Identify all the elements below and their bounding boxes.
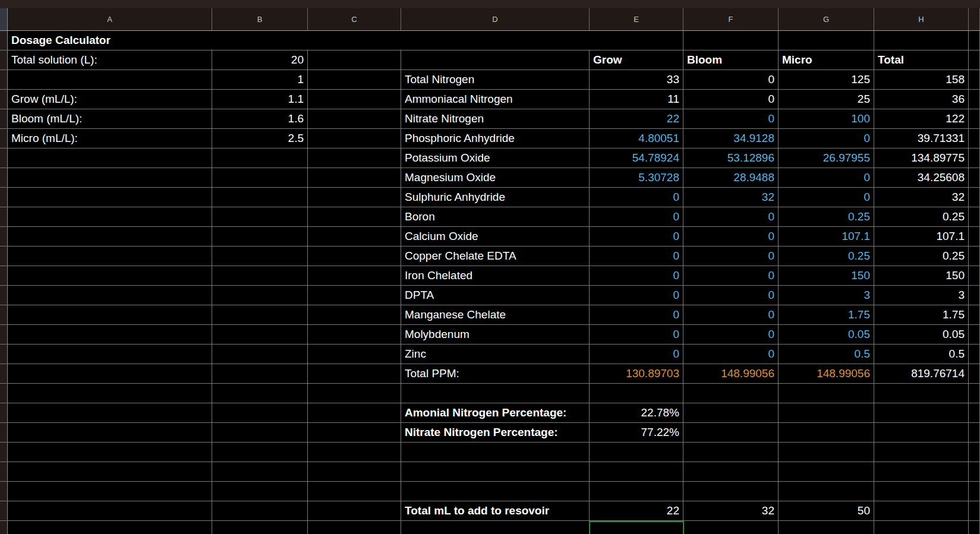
cell-C22[interactable]: [308, 443, 401, 462]
cell-H25[interactable]: [874, 501, 969, 520]
cell-F1[interactable]: [683, 31, 779, 50]
cell-I4[interactable]: [969, 90, 980, 109]
cell-I25[interactable]: [969, 501, 980, 520]
cell-A26[interactable]: [8, 521, 212, 534]
cell-G23[interactable]: [779, 462, 874, 481]
cell-D19[interactable]: [401, 384, 590, 403]
cell-D13[interactable]: Iron Chelated: [401, 266, 590, 285]
cell-C6[interactable]: [308, 129, 401, 148]
cell-F6[interactable]: 34.9128: [683, 129, 779, 148]
cell-C18[interactable]: [308, 364, 401, 383]
cell-A17[interactable]: [8, 345, 212, 364]
cell-E20[interactable]: 22.78%: [590, 403, 683, 422]
cell-E22[interactable]: [590, 443, 683, 462]
cell-C10[interactable]: [308, 207, 401, 226]
cell-C5[interactable]: [308, 109, 401, 128]
cell-B5[interactable]: 1.6: [212, 109, 308, 128]
row-header-22[interactable]: [0, 443, 8, 462]
cell-I16[interactable]: [969, 325, 980, 344]
cell-A10[interactable]: [8, 207, 212, 226]
cell-I2[interactable]: [969, 50, 980, 69]
cell-G17[interactable]: 0.5: [779, 345, 874, 364]
cell-F14[interactable]: 0: [683, 286, 779, 305]
cell-I8[interactable]: [969, 168, 980, 187]
cell-D10[interactable]: Boron: [401, 207, 590, 226]
cell-D18[interactable]: Total PPM:: [401, 364, 590, 383]
cell-I21[interactable]: [969, 423, 980, 442]
cell-B15[interactable]: [212, 305, 308, 324]
col-header-D[interactable]: D: [401, 8, 590, 30]
cell-I20[interactable]: [969, 403, 980, 422]
cell-B26[interactable]: [212, 521, 308, 534]
cell-H3[interactable]: 158: [874, 70, 969, 89]
row-header-24[interactable]: [0, 482, 8, 501]
cell-H16[interactable]: 0.05: [874, 325, 969, 344]
cell-F21[interactable]: [683, 423, 779, 442]
col-header-F[interactable]: F: [683, 8, 779, 30]
cell-C24[interactable]: [308, 482, 401, 501]
cell-D16[interactable]: Molybdenum: [401, 325, 590, 344]
cell-C17[interactable]: [308, 345, 401, 364]
cell-F7[interactable]: 53.12896: [683, 148, 779, 168]
cell-E17[interactable]: 0: [590, 345, 683, 364]
cell-I12[interactable]: [969, 247, 980, 266]
cell-E5[interactable]: 22: [590, 109, 683, 128]
row-header-12[interactable]: [0, 247, 8, 266]
cell-E25[interactable]: 22: [590, 501, 683, 520]
cell-G15[interactable]: 1.75: [779, 305, 874, 324]
cell-D15[interactable]: Manganese Chelate: [401, 305, 590, 324]
cell-A16[interactable]: [8, 325, 212, 344]
cell-F5[interactable]: 0: [683, 109, 779, 128]
cell-A19[interactable]: [8, 384, 212, 403]
row-header-6[interactable]: [0, 129, 8, 148]
cell-F20[interactable]: [683, 403, 779, 422]
cell-G21[interactable]: [779, 423, 874, 442]
cell-C12[interactable]: [308, 247, 401, 266]
cell-G14[interactable]: 3: [779, 286, 874, 305]
cell-H7[interactable]: 134.89775: [874, 148, 969, 168]
cell-D20[interactable]: Amonial Nitrogen Percentage:: [401, 403, 590, 422]
cell-G9[interactable]: 0: [779, 188, 874, 207]
cell-D22[interactable]: [401, 443, 590, 462]
row-header-9[interactable]: [0, 188, 8, 207]
row-header-1[interactable]: [0, 31, 8, 50]
cell-A5[interactable]: Bloom (mL/L):: [8, 109, 212, 128]
cell-B25[interactable]: [212, 501, 308, 520]
cell-G3[interactable]: 125: [779, 70, 874, 89]
cell-B10[interactable]: [212, 207, 308, 226]
active-cell-selection[interactable]: [589, 521, 684, 534]
col-header-G[interactable]: G: [779, 8, 874, 30]
cell-D14[interactable]: DPTA: [401, 286, 590, 305]
row-header-21[interactable]: [0, 423, 8, 442]
cell-C14[interactable]: [308, 286, 401, 305]
col-header-A[interactable]: A: [8, 8, 212, 30]
cell-E15[interactable]: 0: [590, 305, 683, 324]
cell-A4[interactable]: Grow (mL/L):: [8, 90, 212, 109]
cell-G20[interactable]: [779, 403, 874, 422]
cell-F26[interactable]: [683, 521, 779, 534]
cell-A3[interactable]: [8, 70, 212, 89]
cell-B16[interactable]: [212, 325, 308, 344]
cell-G5[interactable]: 100: [779, 109, 874, 128]
cell-E10[interactable]: 0: [590, 207, 683, 226]
cell-F4[interactable]: 0: [683, 90, 779, 109]
cell-C11[interactable]: [308, 227, 401, 246]
cell-C26[interactable]: [308, 521, 401, 534]
cell-C16[interactable]: [308, 325, 401, 344]
cell-B12[interactable]: [212, 247, 308, 266]
cell-G8[interactable]: 0: [779, 168, 874, 187]
cell-C4[interactable]: [308, 90, 401, 109]
cell-F13[interactable]: 0: [683, 266, 779, 285]
cell-I9[interactable]: [969, 188, 980, 207]
cell-I14[interactable]: [969, 286, 980, 305]
cell-B4[interactable]: 1.1: [212, 90, 308, 109]
cell-A12[interactable]: [8, 247, 212, 266]
cell-C15[interactable]: [308, 305, 401, 324]
cell-A18[interactable]: [8, 364, 212, 383]
cell-H10[interactable]: 0.25: [874, 207, 969, 226]
cell-C8[interactable]: [308, 168, 401, 187]
cell-E19[interactable]: [590, 384, 683, 403]
cell-E2[interactable]: Grow: [590, 50, 683, 69]
cell-C20[interactable]: [308, 403, 401, 422]
cell-A11[interactable]: [8, 227, 212, 246]
